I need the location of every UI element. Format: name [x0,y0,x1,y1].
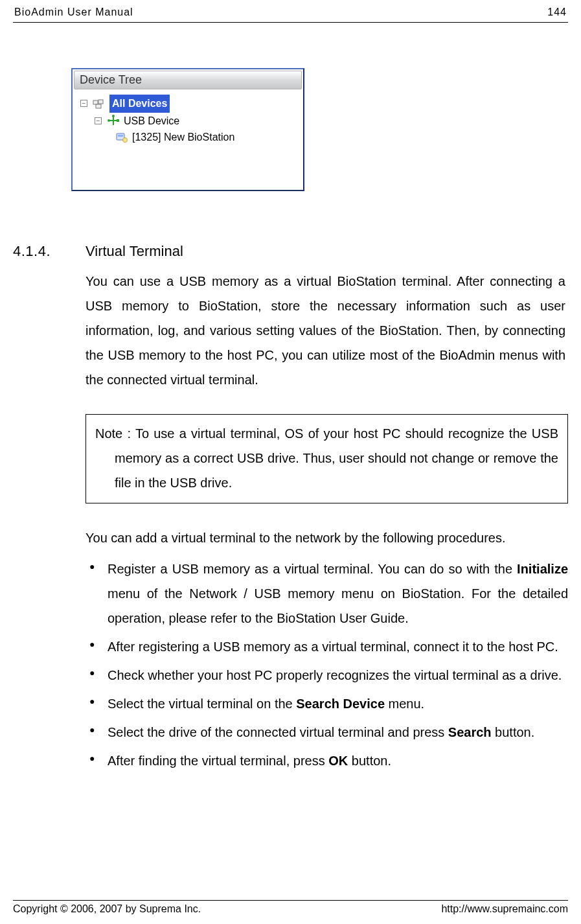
footer-copyright: Copyright © 2006, 2007 by Suprema Inc. [13,903,201,915]
list-item: Select the virtual terminal on the Searc… [85,691,568,716]
list-item: After registering a USB memory as a virt… [85,634,568,659]
biostation-icon [115,132,128,143]
page-number: 144 [547,6,567,18]
bullet-text: Select the virtual terminal on the [108,697,296,711]
section-intro: You can use a USB memory as a virtual Bi… [85,269,565,392]
tree-leaf-row[interactable]: [1325] New BioStation [80,129,299,146]
doc-title: BioAdmin User Manual [14,6,133,18]
bullet-bold: Search Device [296,697,385,711]
bullet-text: button. [348,754,391,768]
minus-icon[interactable]: − [80,100,87,107]
svg-rect-9 [118,135,123,137]
bullet-bold: OK [328,754,348,768]
bullet-text: Register a USB memory as a virtual termi… [108,562,517,576]
svg-rect-2 [96,104,101,108]
section-heading-row: 4.1.4. Virtual Terminal [13,243,568,260]
note-box: Note : To use a virtual terminal, OS of … [85,414,568,503]
footer-divider [13,900,568,901]
tree-usb-row[interactable]: − USB Device [80,113,299,130]
bullet-text: Check whether your host PC properly reco… [108,668,562,682]
devices-icon [93,98,106,110]
bullet-bold: Initialize [517,562,568,576]
device-tree: − All Devices − [74,89,302,148]
bullet-text: After finding the virtual terminal, pres… [108,754,328,768]
section-title: Virtual Terminal [85,243,183,260]
minus-icon[interactable]: − [95,117,102,124]
tree-root-label: All Devices [109,95,170,113]
list-item: Select the drive of the connected virtua… [85,720,568,745]
svg-point-10 [123,137,128,142]
tree-root-row[interactable]: − All Devices [80,95,299,113]
bullet-text: menu of the Network / USB memory menu on… [108,586,568,625]
tree-usb-label: USB Device [124,113,179,130]
usb-device-icon [107,115,120,126]
page-footer: Copyright © 2006, 2007 by Suprema Inc. h… [13,900,568,915]
bullet-text: After registering a USB memory as a virt… [108,640,558,654]
section-number: 4.1.4. [13,243,58,260]
note-text: Note : To use a virtual terminal, OS of … [95,421,558,495]
svg-rect-7 [117,119,119,122]
tree-leaf-label: [1325] New BioStation [132,129,234,146]
svg-point-6 [108,119,110,122]
list-item: Check whether your host PC properly reco… [85,663,568,687]
procedures-lead: You can add a virtual terminal to the ne… [85,526,565,550]
bullet-bold: Search [448,725,492,739]
bullet-text: button. [492,725,535,739]
bullet-text: Select the drive of the connected virtua… [108,725,448,739]
procedures-list: Register a USB memory as a virtual termi… [85,557,568,773]
footer-url: http://www.supremainc.com [441,903,568,915]
list-item: After finding the virtual terminal, pres… [85,748,568,773]
svg-point-5 [112,115,115,117]
device-tree-panel: Device Tree − All Devices − [71,68,304,191]
panel-title: Device Tree [74,71,302,89]
bullet-text: menu. [385,697,424,711]
list-item: Register a USB memory as a virtual termi… [85,557,568,630]
header-divider [13,22,568,23]
svg-rect-0 [93,100,98,104]
svg-rect-1 [98,100,103,104]
page-header: BioAdmin User Manual 144 [13,6,568,21]
